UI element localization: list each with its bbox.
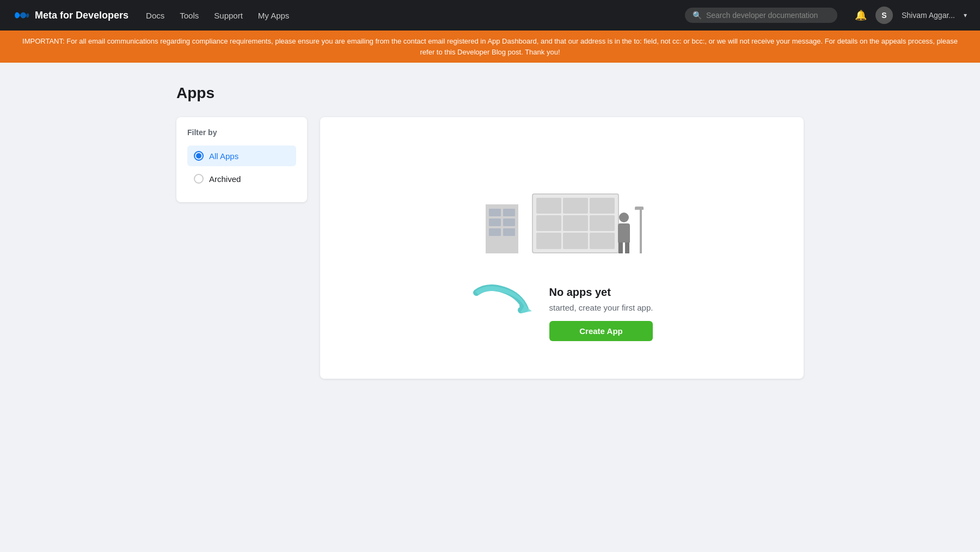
user-name: Shivam Aggar... bbox=[902, 11, 955, 20]
cell-4 bbox=[536, 215, 561, 231]
lamp-post bbox=[640, 210, 642, 253]
nav-tools[interactable]: Tools bbox=[180, 11, 199, 20]
nav-docs[interactable]: Docs bbox=[146, 11, 164, 20]
illustration-area bbox=[469, 155, 654, 264]
person-illustration bbox=[618, 213, 630, 253]
brand-logo[interactable]: Meta for Developers bbox=[13, 10, 128, 21]
apps-panel: No apps yet started, create your first a… bbox=[320, 117, 804, 379]
cell-5 bbox=[563, 215, 588, 231]
important-banner: IMPORTANT: For all email communications … bbox=[0, 31, 980, 63]
no-apps-section: No apps yet started, create your first a… bbox=[471, 282, 653, 341]
filter-all-apps-label: All Apps bbox=[209, 151, 238, 161]
page-title: Apps bbox=[176, 84, 804, 102]
no-apps-title: No apps yet bbox=[549, 286, 653, 299]
cell-2 bbox=[563, 198, 588, 214]
user-dropdown-icon[interactable]: ▾ bbox=[964, 11, 967, 19]
cell-3 bbox=[590, 198, 615, 214]
cell-7 bbox=[536, 233, 561, 248]
illustration bbox=[469, 155, 654, 264]
main-content: Apps Filter by All Apps Archived bbox=[163, 63, 817, 401]
search-bar[interactable]: 🔍 bbox=[685, 8, 837, 23]
person-body bbox=[618, 223, 630, 242]
window-3 bbox=[489, 219, 501, 226]
brand-text: Meta for Developers bbox=[35, 10, 128, 21]
navbar-right: 🔔 S Shivam Aggar... ▾ bbox=[855, 7, 967, 24]
cell-1 bbox=[536, 198, 561, 214]
building-windows bbox=[489, 209, 515, 236]
navbar: Meta for Developers Docs Tools Support M… bbox=[0, 0, 980, 31]
window-1 bbox=[489, 209, 501, 216]
notifications-icon[interactable]: 🔔 bbox=[855, 9, 867, 21]
radio-archived bbox=[194, 174, 204, 184]
arrow-illustration bbox=[471, 282, 536, 325]
lamp-head bbox=[635, 207, 644, 210]
person-legs bbox=[618, 242, 629, 253]
cell-8 bbox=[563, 233, 588, 248]
filter-all-apps[interactable]: All Apps bbox=[187, 145, 296, 166]
filter-archived[interactable]: Archived bbox=[187, 168, 296, 189]
no-apps-text: No apps yet started, create your first a… bbox=[549, 282, 653, 341]
radio-all-apps bbox=[194, 151, 204, 161]
cell-9 bbox=[590, 233, 615, 248]
filter-panel: Filter by All Apps Archived bbox=[176, 117, 307, 202]
window-2 bbox=[503, 209, 515, 216]
create-app-button[interactable]: Create App bbox=[549, 321, 653, 341]
nav-support[interactable]: Support bbox=[214, 11, 243, 20]
navbar-links: Docs Tools Support My Apps bbox=[146, 11, 667, 20]
search-input[interactable] bbox=[706, 11, 830, 20]
meta-logo-icon bbox=[13, 10, 30, 21]
window-6 bbox=[503, 228, 515, 236]
no-apps-subtitle: started, create your first app. bbox=[549, 303, 653, 312]
building-illustration bbox=[486, 204, 518, 253]
search-icon: 🔍 bbox=[693, 11, 702, 20]
window-5 bbox=[489, 228, 501, 236]
person-head bbox=[619, 213, 629, 222]
cell-6 bbox=[590, 215, 615, 231]
avatar: S bbox=[875, 7, 893, 24]
nav-myapps[interactable]: My Apps bbox=[258, 11, 290, 20]
solar-board-illustration bbox=[532, 193, 619, 253]
content-layout: Filter by All Apps Archived bbox=[176, 117, 804, 379]
window-4 bbox=[503, 219, 515, 226]
left-leg bbox=[618, 242, 623, 253]
filter-archived-label: Archived bbox=[209, 174, 241, 184]
filter-title: Filter by bbox=[187, 128, 296, 137]
right-leg bbox=[625, 242, 629, 253]
building-body bbox=[486, 204, 518, 253]
banner-text: IMPORTANT: For all email communications … bbox=[22, 37, 958, 56]
lamp-illustration bbox=[638, 207, 644, 253]
